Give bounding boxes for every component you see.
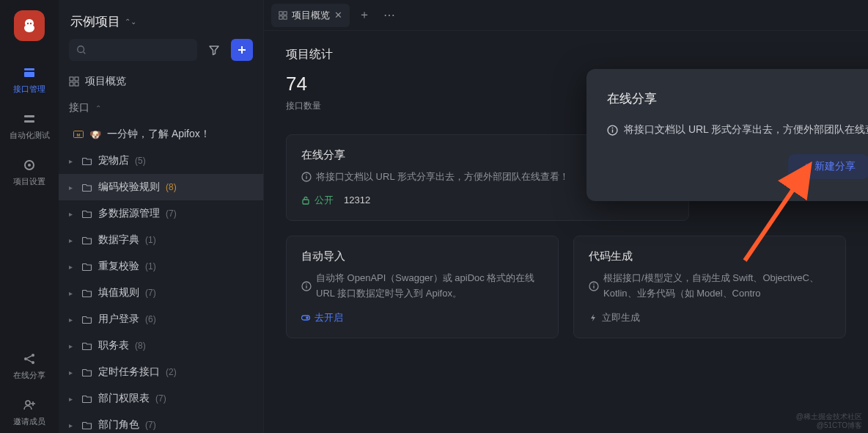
card-title: 代码生成 xyxy=(589,250,831,263)
rail-item-settings[interactable]: 项目设置 xyxy=(0,153,59,193)
chevron-updown-icon: ⌃⌄ xyxy=(125,18,136,26)
folder-icon xyxy=(82,182,92,192)
folder-icon xyxy=(82,208,92,219)
tab-add-button[interactable]: ＋ xyxy=(354,5,375,26)
folder-count: (2) xyxy=(166,367,177,377)
more-icon: ⋯ xyxy=(383,8,395,22)
card-auto-import: 自动导入 自动将 OpenAPI（Swagger）或 apiDoc 格式的在线 … xyxy=(286,236,559,339)
sidebar-folder[interactable]: ▸职务表 (8) xyxy=(59,332,263,359)
chevron-right-icon: ▸ xyxy=(69,236,76,244)
tab-bar: 项目概览 ✕ ＋ ⋯ xyxy=(264,0,868,31)
rail-item-invite[interactable]: 邀请成员 xyxy=(0,393,59,433)
sidebar-folder[interactable]: ▸编码校验规则 (8) xyxy=(59,174,263,200)
sidebar-item-intro[interactable]: M 🐶 一分钟，了解 Apifox！ xyxy=(59,121,263,148)
sidebar-folder[interactable]: ▸填值规则 (7) xyxy=(59,280,263,306)
folder-count: (8) xyxy=(166,182,177,192)
chevron-right-icon: ▸ xyxy=(69,342,76,350)
share-icon xyxy=(21,351,37,367)
sidebar-folder[interactable]: ▸部门权限表 (7) xyxy=(59,385,263,412)
project-name: 示例项目 xyxy=(70,13,120,30)
svg-rect-29 xyxy=(284,15,287,18)
grid-icon xyxy=(279,11,287,20)
svg-rect-3 xyxy=(24,72,34,77)
svg-point-13 xyxy=(26,401,30,405)
folder-icon xyxy=(82,288,92,298)
plus-icon: ＋ xyxy=(358,7,370,23)
sidebar: 示例项目 ⌃⌄ 项目概览 接口 ⌃ M � xyxy=(59,0,264,433)
publish-name[interactable]: 12312 xyxy=(344,194,370,205)
folder-count: (7) xyxy=(166,208,177,219)
card-code-gen: 代码生成 根据接口/模型定义，自动生成 Swift、ObjectiveC、Kot… xyxy=(573,236,846,339)
enable-button[interactable]: 去开启 xyxy=(301,311,543,324)
app-logo[interactable] xyxy=(14,10,45,41)
rail-item-autotest[interactable]: 自动化测试 xyxy=(0,106,59,147)
sidebar-folder[interactable]: ▸用户登录 (6) xyxy=(59,306,263,332)
new-share-button[interactable]: ＋ 新建分享 xyxy=(788,154,868,179)
svg-rect-20 xyxy=(70,77,73,81)
card-title: 自动导入 xyxy=(301,250,543,263)
svg-point-44 xyxy=(612,127,614,128)
svg-rect-21 xyxy=(75,77,78,81)
info-icon xyxy=(301,281,312,291)
folder-name: 定时任务接口 xyxy=(98,365,160,379)
lock-open-icon xyxy=(301,196,310,205)
stats-title: 项目统计 xyxy=(286,47,846,62)
modal-desc: 将接口文档以 URL 形式分享出去，方便外部团队在线查看！ xyxy=(624,123,868,137)
close-icon[interactable]: ✕ xyxy=(334,10,342,21)
project-switcher[interactable]: 示例项目 ⌃⌄ xyxy=(59,0,263,39)
filter-button[interactable] xyxy=(203,39,225,61)
chevron-right-icon: ▸ xyxy=(69,157,76,165)
folder-icon xyxy=(82,261,92,272)
card-desc: 将接口文档以 URL 形式分享出去，方便外部团队在线查看！ xyxy=(316,170,569,185)
modal-title: 在线分享 xyxy=(607,90,657,107)
sidebar-folder[interactable]: ▸部门角色 (7) xyxy=(59,412,263,433)
svg-rect-2 xyxy=(24,68,34,70)
sidebar-folder[interactable]: ▸定时任务接口 (2) xyxy=(59,359,263,385)
bolt-icon xyxy=(589,313,597,322)
invite-icon xyxy=(21,397,37,413)
svg-rect-5 xyxy=(24,120,34,123)
svg-rect-27 xyxy=(284,11,287,14)
search-input[interactable] xyxy=(69,39,197,61)
rail-label: 邀请成员 xyxy=(13,416,45,427)
svg-rect-37 xyxy=(302,316,310,320)
add-button[interactable] xyxy=(231,39,253,61)
svg-point-1 xyxy=(30,23,32,24)
api-icon xyxy=(21,65,37,81)
publish-status: 公开 xyxy=(301,194,334,207)
chevron-right-icon: ▸ xyxy=(69,210,76,218)
svg-rect-28 xyxy=(279,15,282,18)
folder-name: 部门角色 xyxy=(98,418,139,432)
folder-count: (7) xyxy=(145,288,156,298)
folder-name: 职务表 xyxy=(98,339,129,352)
sidebar-folder[interactable]: ▸数据字典 (1) xyxy=(59,227,263,253)
switch-icon xyxy=(301,313,310,322)
folder-name: 宠物店 xyxy=(98,154,129,167)
generate-button[interactable]: 立即生成 xyxy=(589,311,831,324)
share-modal: 在线分享 ✕ 将接口文档以 URL 形式分享出去，方便外部团队在线查看！ ＋ 新… xyxy=(586,69,868,201)
sidebar-folder[interactable]: ▸重复校验 (1) xyxy=(59,253,263,280)
rail-item-share[interactable]: 在线分享 xyxy=(0,346,59,387)
rail-label: 接口管理 xyxy=(13,84,45,95)
folder-count: (1) xyxy=(145,261,156,272)
folder-name: 填值规则 xyxy=(98,286,139,299)
plus-icon xyxy=(237,45,247,55)
sidebar-item-overview[interactable]: 项目概览 xyxy=(59,68,263,95)
sidebar-folder[interactable]: ▸宠物店 (5) xyxy=(59,148,263,174)
sidebar-folder[interactable]: ▸多数据源管理 (7) xyxy=(59,200,263,227)
svg-rect-22 xyxy=(70,82,73,86)
rail-item-api[interactable]: 接口管理 xyxy=(0,60,59,101)
sidebar-section-interface[interactable]: 接口 ⌃ xyxy=(59,95,263,121)
chevron-right-icon: ▸ xyxy=(69,368,76,376)
tab-overview[interactable]: 项目概览 ✕ xyxy=(271,4,350,27)
svg-point-7 xyxy=(28,164,31,167)
info-icon xyxy=(589,281,599,291)
tab-more-button[interactable]: ⋯ xyxy=(379,5,400,26)
folder-count: (5) xyxy=(135,156,146,166)
svg-line-17 xyxy=(84,52,86,54)
rail-label: 在线分享 xyxy=(13,370,45,381)
svg-text:M: M xyxy=(77,133,81,137)
tab-label: 项目概览 xyxy=(292,9,330,22)
rail-label: 自动化测试 xyxy=(10,130,50,141)
stat-api-count: 74 接口数量 xyxy=(286,73,321,112)
